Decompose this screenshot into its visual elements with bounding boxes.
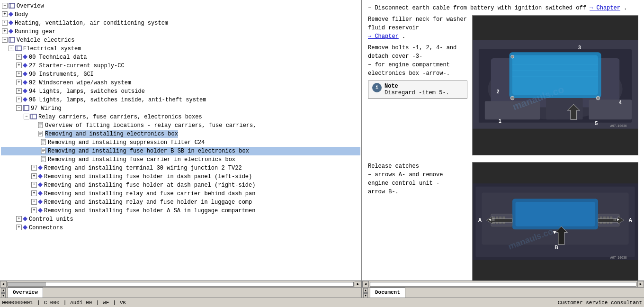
svg-marker-12 (23, 80, 27, 85)
tree-item-removing-fuse-holder-b[interactable]: Removing and installing fuse holder B SB… (1, 147, 360, 155)
tree-item-relay-dash[interactable]: + Removing and installing relay and fuse… (1, 190, 360, 198)
svg-marker-39 (38, 165, 43, 170)
tree-item-running[interactable]: + Running gear (1, 27, 360, 36)
document-tab[interactable]: Document (370, 288, 405, 298)
right-horizontal-scrollbar[interactable]: ◄ ► (362, 280, 644, 287)
tree-item-fuse-dash-right[interactable]: + Removing and installing fuse holder at… (1, 181, 360, 190)
doc-icon (41, 139, 46, 145)
diamond-icon (23, 80, 27, 85)
svg-marker-3 (9, 20, 13, 25)
engine-svg-1: 1 2 3 4 5 A97-10636 manauls.co (473, 16, 638, 153)
scroll-left-btn[interactable]: ◄ (0, 281, 7, 288)
expand-relay-dash[interactable]: + (31, 190, 37, 196)
expand-27-starter[interactable]: + (16, 63, 22, 68)
tree-item-96-lights[interactable]: + 96 Lights, lamps, switches inside, ant… (1, 96, 360, 104)
expand-97-wiring[interactable]: − (16, 105, 22, 111)
svg-rect-58 (589, 99, 632, 119)
expand-electrical-system[interactable]: − (9, 45, 14, 51)
disconnect-text: – Disconnect earth cable from battery wi… (368, 5, 590, 11)
note-box: i Note Disregard -item 5-. (368, 81, 467, 99)
instruction-3: Remove bolts -1, 2, 4- and detach cover … (368, 44, 467, 78)
svg-rect-74 (515, 202, 595, 226)
tree-item-hvac[interactable]: + Heating, ventilation, air conditioning… (1, 19, 360, 27)
tree-item-overview-fitting[interactable]: Overview of fitting locations - relay ca… (1, 121, 360, 130)
tree-item-removing-terminal[interactable]: + Removing and installing terminal 30 wi… (1, 164, 360, 172)
expand-running[interactable]: + (2, 28, 8, 34)
svg-marker-46 (23, 225, 27, 230)
expand-96-lights[interactable]: + (16, 97, 22, 102)
right-nav-down-btn[interactable]: ▼ (363, 293, 368, 298)
svg-marker-2 (9, 12, 13, 17)
tree-item-97-wiring[interactable]: − 97 Wiring (1, 104, 360, 113)
right-panel: – Disconnect earth cable from battery wi… (362, 0, 644, 298)
svg-marker-44 (38, 208, 43, 213)
tree-item-relay-luggage[interactable]: + Removing and installing relay and fuse… (1, 198, 360, 207)
diamond-icon (23, 54, 27, 59)
tree-item-94-lights[interactable]: + 94 Lights, lamps, switches outside (1, 87, 360, 96)
nav-up-btn[interactable]: ▲ (1, 288, 6, 293)
expand-connectors[interactable]: + (16, 225, 22, 230)
nav-down-btn[interactable]: ▼ (1, 293, 6, 298)
expand-94-lights[interactable]: + (16, 88, 22, 94)
chapter-link-2[interactable]: → Chapter (368, 33, 399, 40)
svg-text:A97-10636: A97-10636 (610, 125, 627, 128)
right-panel-tabs: ▲ ▼ Document (362, 287, 644, 298)
chapter-link-1[interactable]: → Chapter (590, 5, 620, 11)
tree-item-removing-fuse-carrier[interactable]: Removing and installing fuse carrier in … (1, 155, 360, 164)
tree-item-00-tech[interactable]: + 00 Technical data (1, 53, 360, 62)
expand-vehicle-electrics[interactable]: − (2, 37, 8, 43)
tree-label: Removing and installing fuse carrier in … (48, 156, 235, 163)
expand-relay-luggage[interactable]: + (31, 199, 37, 205)
right-nav-up-btn[interactable]: ▲ (363, 288, 368, 293)
status-item-2: C 000 (44, 300, 60, 306)
tree-item-relay-carriers[interactable]: − Relay carriers, fuse carriers, electro… (1, 113, 360, 121)
tree-label: Relay carriers, fuse carriers, electroni… (38, 113, 202, 121)
right-scroll-track[interactable] (370, 282, 636, 287)
tree-item-92-windscreen[interactable]: + 92 Windscreen wipe/wash system (1, 79, 360, 87)
tree-item-removing-electronics[interactable]: Removing and installing electronics box (1, 130, 360, 138)
svg-rect-0 (9, 3, 15, 8)
horizontal-scrollbar[interactable]: ◄ ► (0, 280, 361, 287)
expand-relay-carriers[interactable]: − (24, 114, 29, 119)
right-scroll-right-btn[interactable]: ► (637, 281, 644, 288)
scroll-track[interactable] (8, 282, 354, 287)
expand-overview[interactable]: − (2, 3, 8, 9)
expand-control-units[interactable]: + (16, 216, 22, 222)
tree-item-connectors[interactable]: + Connectors (1, 224, 360, 232)
tree-item-90-instruments[interactable]: + 90 Instruments, GCI (1, 70, 360, 79)
scroll-right-btn[interactable]: ► (355, 281, 361, 288)
status-item-1: 0000000001 (2, 300, 33, 306)
tree-container[interactable]: − Overview + Body + Heating, ventilation… (0, 0, 361, 280)
overview-tab[interactable]: Overview (8, 288, 43, 298)
tree-item-control-units[interactable]: + Control units (1, 215, 360, 224)
status-separator-3: | (96, 300, 99, 306)
tree-item-vehicle-electrics[interactable]: − Vehicle electrics (1, 36, 360, 45)
expand-hvac[interactable]: + (2, 20, 8, 26)
expand-90-instruments[interactable]: + (16, 71, 22, 77)
expand-00-tech[interactable]: + (16, 54, 22, 60)
svg-marker-9 (23, 54, 27, 59)
tree-item-fuse-holder-a[interactable]: + Removing and installing fuse holder A … (1, 207, 360, 215)
expand-terminal[interactable]: + (31, 165, 37, 171)
expand-body[interactable]: + (2, 11, 8, 17)
diamond-icon (38, 174, 43, 179)
svg-marker-41 (38, 182, 43, 187)
right-scroll-left-btn[interactable]: ◄ (362, 281, 369, 288)
tree-item-27-starter[interactable]: + 27 Starter-current supply-CC (1, 62, 360, 70)
expand-92-windscreen[interactable]: + (16, 80, 22, 85)
expand-fuse-holder-a[interactable]: + (31, 208, 37, 213)
book-icon (9, 37, 15, 43)
tree-item-fuse-dash-left[interactable]: + Removing and installing fuse holder in… (1, 172, 360, 181)
diamond-icon (9, 12, 13, 17)
tree-item-body[interactable]: + Body (1, 10, 360, 19)
tree-label: 92 Windscreen wipe/wash system (29, 79, 131, 87)
expand-fuse-dash-right[interactable]: + (31, 182, 37, 188)
tree-item-removing-suppression[interactable]: Removing and installing suppression filt… (1, 138, 360, 147)
svg-text:1: 1 (499, 118, 501, 124)
tree-item-overview[interactable]: − Overview (1, 2, 360, 10)
left-panel-tabs: ▲ ▼ Overview (0, 287, 361, 298)
tree-item-electrical-system[interactable]: − Electrical system (1, 45, 360, 53)
svg-rect-17 (31, 114, 36, 119)
note-body: Disregard -item 5-. (385, 90, 449, 96)
expand-fuse-dash-left[interactable]: + (31, 173, 37, 179)
